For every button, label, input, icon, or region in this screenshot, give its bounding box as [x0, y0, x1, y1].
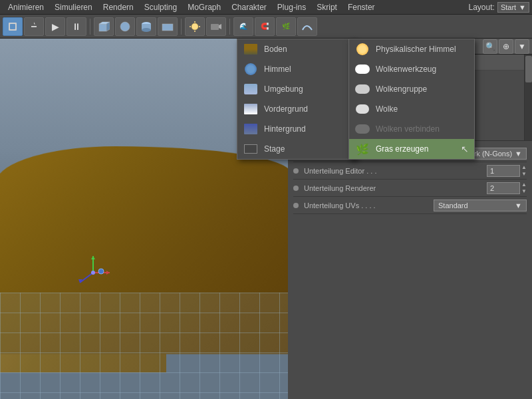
dd-hintergrund-label: Hintergrund [264, 124, 306, 134]
toolbar-cylinder-btn[interactable] [136, 17, 156, 36]
dd-gras-erzeugen[interactable]: 🌿 Gras erzeugen ↖ [349, 139, 474, 159]
chevron-down-icon: ▼ [519, 3, 526, 11]
svg-point-10 [142, 28, 151, 32]
toolbar: ▶ ⏸ [0, 15, 532, 39]
dd-stage[interactable]: Stage [237, 139, 356, 159]
boden-icon [243, 43, 259, 56]
toolbar-simulate-btn[interactable]: 🌊 [233, 17, 253, 36]
svg-point-12 [192, 23, 198, 30]
svg-marker-20 [106, 271, 110, 275]
dd-wolkengruppe[interactable]: Wolkengruppe [349, 79, 474, 99]
chevron-down-icon: ▼ [515, 150, 522, 158]
dd-wolkenwerkzeug-label: Wolkenwerkzeug [376, 65, 436, 74]
scrollbar-thumb[interactable] [525, 56, 532, 82]
toolbar-cube-btn[interactable] [94, 17, 114, 36]
toolbar-spline-btn[interactable] [297, 17, 317, 36]
chevron-down-icon: ▼ [515, 201, 522, 209]
toolbar-camera-btn[interactable] [206, 17, 226, 36]
svg-rect-17 [211, 24, 219, 30]
layout-label: Layout: [469, 3, 495, 12]
toolbar-mode-btn-1[interactable] [3, 17, 23, 36]
menu-sculpting[interactable]: Sculpting [139, 1, 182, 13]
prop-row-renderer: Unterteilung Renderer 2 ▲ ▼ [293, 180, 527, 197]
menu-charakter[interactable]: Charakter [226, 1, 272, 13]
dd-hintergrund[interactable]: Hintergrund [237, 119, 356, 139]
prop-arrows-editor[interactable]: ▲ ▼ [521, 164, 527, 178]
svg-point-26 [98, 269, 104, 274]
prop-spinner-editor[interactable]: 1 [487, 165, 520, 177]
phys-himmel-icon [354, 43, 370, 56]
toolbar-pause-btn[interactable]: ⏸ [66, 17, 86, 36]
toolbar-mode-btn-2[interactable] [24, 17, 44, 36]
toolbar-plane-btn[interactable] [158, 17, 178, 36]
svg-rect-1 [10, 24, 15, 29]
dd-wolkenwerkzeug[interactable]: Wolkenwerkzeug [349, 59, 474, 79]
dd-vordergrund[interactable]: Vordergrund [237, 99, 356, 119]
stage-icon [243, 142, 259, 156]
spinner-down-icon[interactable]: ▼ [521, 171, 527, 178]
menu-rendern[interactable]: Rendern [98, 1, 139, 13]
layout-value: Start [501, 3, 516, 11]
menu-simulieren[interactable]: Simulieren [49, 1, 98, 13]
dropdown-right: Physikalischer Himmel Wolkenwerkzeug Wol… [348, 39, 475, 160]
dd-phys-himmel[interactable]: Physikalischer Himmel [349, 39, 474, 59]
light-icon [189, 21, 201, 33]
dd-umgebung[interactable]: Umgebung [237, 79, 356, 99]
dd-himmel-label: Himmel [264, 65, 291, 74]
prop-label-editor: Unterteilung Editor . . . [304, 167, 481, 175]
prop-label-uvs: Unterteilung UVs . . . . [304, 201, 428, 209]
toolbar-play-btn[interactable]: ▶ [45, 17, 65, 36]
toolbar-hair-btn[interactable]: 🌿 [276, 17, 296, 36]
toolbar-separator-3 [229, 19, 230, 35]
obj-settings-btn[interactable]: ▼ [515, 39, 529, 54]
spline-icon [301, 21, 313, 33]
prop-dropdown-uvs[interactable]: Standard ▼ [434, 200, 527, 211]
spinner-up-icon[interactable]: ▲ [521, 182, 527, 188]
toolbar-separator-1 [90, 19, 90, 35]
obj-search-btn[interactable]: 🔍 [483, 39, 497, 54]
svg-rect-4 [99, 24, 106, 31]
dd-boden-label: Boden [264, 45, 287, 54]
prop-row-editor: Unterteilung Editor . . . 1 ▲ ▼ [293, 162, 527, 180]
layout-dropdown[interactable]: Start ▼ [497, 2, 529, 13]
dd-himmel[interactable]: Himmel [237, 59, 356, 79]
svg-marker-22 [91, 256, 95, 259]
svg-marker-2 [34, 22, 35, 27]
dd-gras-erzeugen-label: Gras erzeugen [376, 144, 428, 154]
toolbar-light-btn[interactable] [185, 17, 205, 36]
spinner-up-icon[interactable]: ▲ [521, 164, 527, 171]
scrollbar-vertical[interactable] [524, 55, 532, 140]
wolkengruppe-icon [354, 82, 370, 96]
menu-plugins[interactable]: Plug-ins [272, 1, 311, 13]
toolbar-separator-2 [181, 19, 182, 35]
dd-wolkengruppe-label: Wolkengruppe [376, 84, 427, 94]
menu-mograph[interactable]: MoGraph [182, 1, 226, 13]
vordergrund-icon [243, 102, 259, 116]
dd-boden[interactable]: Boden [237, 39, 356, 59]
dd-wolke-label: Wolke [376, 104, 398, 114]
prop-value-renderer[interactable]: 2 ▲ ▼ [487, 182, 527, 195]
dropdown-left: Boden Himmel Umgebung Vordergrund Hinter… [237, 39, 356, 160]
transform-gizmo[interactable] [73, 253, 113, 293]
prop-dot-renderer [293, 186, 299, 191]
himmel-icon [243, 63, 259, 76]
cube-icon [98, 21, 110, 33]
prop-value-uvs[interactable]: Standard ▼ [434, 200, 527, 211]
wolken-verbinden-icon [354, 122, 370, 136]
svg-rect-3 [31, 26, 37, 27]
menu-fenster[interactable]: Fenster [342, 1, 380, 13]
dd-wolke[interactable]: Wolke [349, 99, 474, 119]
prop-value-editor[interactable]: 1 ▲ ▼ [487, 164, 527, 178]
prop-arrows-renderer[interactable]: ▲ ▼ [521, 182, 527, 195]
wolkenwerkzeug-icon [354, 63, 370, 76]
prop-spinner-renderer[interactable]: 2 [487, 182, 520, 194]
menu-skript[interactable]: Skript [311, 1, 342, 13]
toolbar-cloth-btn[interactable]: 🧲 [255, 17, 275, 36]
cursor-indicator: ↖ [461, 144, 469, 154]
obj-filter-btn[interactable]: ⊕ [499, 39, 513, 54]
toolbar-sphere-btn[interactable] [115, 17, 135, 36]
menu-animieren[interactable]: Animieren [3, 1, 49, 13]
wolke-icon [354, 102, 370, 116]
spinner-down-icon[interactable]: ▼ [521, 188, 527, 195]
viewport-grid [0, 293, 288, 399]
